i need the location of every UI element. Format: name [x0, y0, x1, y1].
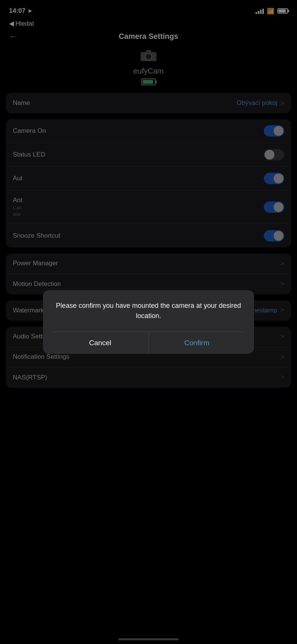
- modal-confirm-button[interactable]: Confirm: [149, 332, 245, 354]
- modal-message: Please confirm you have mounted the came…: [52, 301, 245, 321]
- modal-overlay: Please confirm you have mounted the came…: [0, 0, 297, 644]
- modal-buttons: Cancel Confirm: [52, 332, 245, 354]
- modal-cancel-button[interactable]: Cancel: [52, 332, 149, 354]
- modal-dialog: Please confirm you have mounted the came…: [43, 290, 254, 354]
